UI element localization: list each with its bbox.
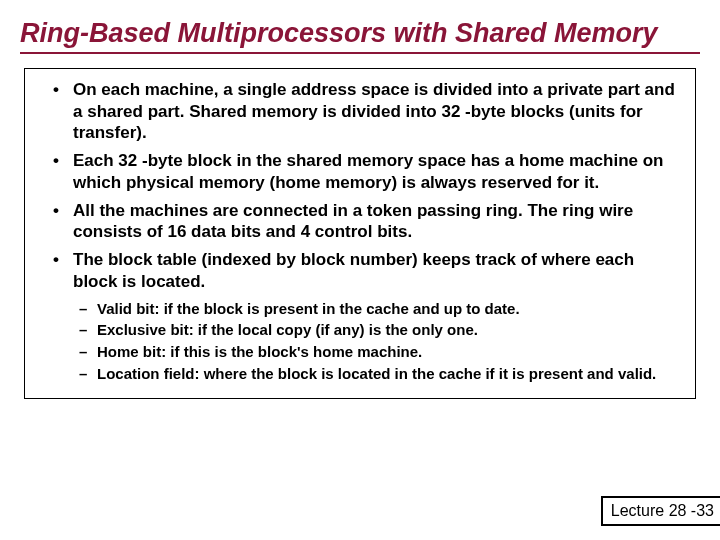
- sub-bullet-list: Valid bit: if the block is present in th…: [39, 299, 681, 384]
- sub-bullet-item: Exclusive bit: if the local copy (if any…: [39, 320, 681, 340]
- main-bullet-list: On each machine, a single address space …: [39, 79, 681, 293]
- slide: Ring-Based Multiprocessors with Shared M…: [0, 0, 720, 540]
- bullet-item: On each machine, a single address space …: [39, 79, 681, 144]
- sub-bullet-item: Home bit: if this is the block's home ma…: [39, 342, 681, 362]
- sub-bullet-item: Valid bit: if the block is present in th…: [39, 299, 681, 319]
- bullet-item: Each 32 -byte block in the shared memory…: [39, 150, 681, 194]
- content-box: On each machine, a single address space …: [24, 68, 696, 399]
- bullet-item: All the machines are connected in a toke…: [39, 200, 681, 244]
- sub-bullet-item: Location field: where the block is locat…: [39, 364, 681, 384]
- bullet-item: The block table (indexed by block number…: [39, 249, 681, 293]
- slide-footer: Lecture 28 -33: [601, 496, 720, 526]
- slide-title: Ring-Based Multiprocessors with Shared M…: [20, 18, 700, 54]
